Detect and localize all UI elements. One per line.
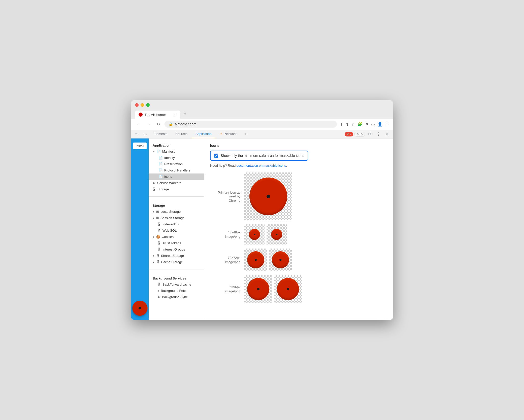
flag-icon[interactable]: ⚑ bbox=[365, 122, 369, 127]
application-section: Application ▼ 📄 Manifest 📄 Identity 📄 Pr… bbox=[149, 138, 204, 194]
icon-48-checker-1 bbox=[244, 224, 265, 244]
local-storage-label: Local Storage bbox=[160, 210, 181, 214]
maskable-icons-link[interactable]: documentation on maskable icons bbox=[237, 164, 286, 167]
download-icon[interactable]: ⬇ bbox=[340, 122, 343, 127]
sidebar-item-background-sync[interactable]: ↻ Background Sync bbox=[149, 294, 204, 300]
identity-label: Identity bbox=[164, 156, 175, 160]
maskable-icons-checkbox[interactable] bbox=[214, 154, 218, 158]
trust-tokens-label: Trust Tokens bbox=[162, 241, 181, 245]
blue-sidebar: Install bbox=[131, 138, 149, 320]
service-workers-label: Service Workers bbox=[157, 181, 181, 185]
divider-1 bbox=[149, 196, 204, 197]
main-content: Install Application ▼ 📄 Manifest 📄 Ident… bbox=[131, 138, 393, 320]
sidebar-item-shared-storage[interactable]: ▶ 🗄 Shared Storage bbox=[149, 253, 204, 259]
url-bar[interactable]: 🔒 airhorner.com bbox=[165, 121, 337, 128]
icon-48-b bbox=[271, 229, 282, 240]
service-workers-gear-icon: ⚙ bbox=[153, 181, 156, 185]
icon-72-checker-2 bbox=[269, 249, 292, 271]
help-text-post: . bbox=[286, 164, 287, 167]
reload-button[interactable]: ↻ bbox=[155, 121, 161, 128]
devtools-more-icon[interactable]: ⋮ bbox=[375, 131, 383, 137]
cache-storage-arrow-icon: ▶ bbox=[153, 261, 155, 263]
install-button[interactable]: Install bbox=[133, 143, 147, 149]
cursor-tool-icon[interactable]: ↖ bbox=[133, 131, 140, 137]
sidebar-item-manifest[interactable]: ▼ 📄 Manifest bbox=[149, 148, 204, 155]
profile-icon[interactable]: 👤 bbox=[377, 122, 382, 127]
indexed-db-label: IndexedDB bbox=[162, 222, 179, 226]
new-tab-button[interactable]: + bbox=[181, 109, 190, 119]
icon-72-pair bbox=[244, 249, 292, 271]
icon-72-a bbox=[247, 251, 264, 268]
sidebar-item-indexed-db[interactable]: 🗄 IndexedDB bbox=[149, 221, 204, 227]
extensions-icon[interactable]: 🧩 bbox=[357, 122, 363, 127]
sidebar-item-service-workers[interactable]: ⚙ Service Workers bbox=[149, 180, 204, 186]
tab-close-button[interactable]: ✕ bbox=[173, 113, 177, 117]
local-storage-grid-icon: ⊞ bbox=[156, 210, 159, 214]
sidebar-item-protocol-handlers[interactable]: 📄 Protocol Handlers bbox=[149, 167, 204, 173]
left-panel: Application ▼ 📄 Manifest 📄 Identity 📄 Pr… bbox=[149, 138, 204, 320]
sidebar-item-cookies[interactable]: ▶ 🍪 Cookies bbox=[149, 234, 204, 240]
back-button[interactable]: ← bbox=[135, 121, 142, 127]
shared-storage-arrow-icon: ▶ bbox=[153, 254, 155, 257]
sidebar-item-back-forward-cache[interactable]: 🗄 Back/forward cache bbox=[149, 281, 204, 288]
tab-application[interactable]: Application bbox=[192, 130, 215, 138]
sidebar-item-identity[interactable]: 📄 Identity bbox=[149, 155, 204, 161]
icons-grid: Primary icon as used by Chrome 48×48px i… bbox=[210, 172, 387, 303]
tab-network[interactable]: ⚠ Network bbox=[216, 130, 240, 138]
icon-72-row: 72×72px image/png bbox=[210, 249, 387, 271]
trust-tokens-icon: 🗄 bbox=[158, 241, 161, 245]
icon-48-dot-a bbox=[254, 234, 255, 235]
sidebar-item-background-fetch[interactable]: ↕ Background Fetch bbox=[149, 288, 204, 294]
error-badge[interactable]: ✕ 2 bbox=[345, 132, 353, 136]
browser-tab[interactable]: The Air Horner ✕ bbox=[135, 111, 180, 119]
shared-storage-icon: 🗄 bbox=[156, 254, 159, 258]
tab-favicon bbox=[139, 113, 143, 117]
bookmark-icon[interactable]: ☆ bbox=[351, 122, 355, 127]
identity-file-icon: 📄 bbox=[159, 156, 163, 160]
sidebar-item-icons[interactable]: 📄 Icons bbox=[149, 173, 204, 180]
sidebar-icon[interactable]: ▭ bbox=[371, 122, 375, 127]
sidebar-item-trust-tokens[interactable]: 🗄 Trust Tokens bbox=[149, 240, 204, 246]
right-panel: Icons Show only the minimum safe area fo… bbox=[204, 138, 393, 320]
icon-96-dot-a bbox=[257, 288, 259, 290]
icon-96-row: 96×96px image/png bbox=[210, 275, 387, 303]
chrome-labels: Primary icon as used by Chrome bbox=[210, 191, 240, 202]
forward-button[interactable]: → bbox=[145, 121, 152, 127]
maskable-icons-checkbox-row[interactable]: Show only the minimum safe area for mask… bbox=[210, 151, 308, 161]
sidebar-item-local-storage[interactable]: ▶ ⊞ Local Storage bbox=[149, 208, 204, 215]
icon-72-dot-b bbox=[279, 259, 281, 261]
divider-2 bbox=[149, 269, 204, 269]
sidebar-item-web-sql[interactable]: 🗄 Web SQL bbox=[149, 227, 204, 234]
sidebar-item-presentation[interactable]: 📄 Presentation bbox=[149, 161, 204, 167]
tabs-bar: The Air Horner ✕ + bbox=[135, 109, 389, 119]
sidebar-item-storage[interactable]: 🗄 Storage bbox=[149, 186, 204, 192]
minimize-window-button[interactable] bbox=[141, 103, 144, 107]
warning-triangle-icon: ⚠ bbox=[356, 132, 359, 136]
share-icon[interactable]: ⬆ bbox=[346, 122, 349, 127]
device-emulator-icon[interactable]: ▭ bbox=[141, 131, 149, 137]
icon-96-pair bbox=[244, 275, 302, 303]
sidebar-item-session-storage[interactable]: ▶ ⊞ Session Storage bbox=[149, 215, 204, 221]
menu-icon[interactable]: ⋮ bbox=[385, 122, 389, 127]
lock-icon: 🔒 bbox=[169, 122, 173, 126]
icon-48-checker-2 bbox=[267, 224, 287, 244]
close-window-button[interactable] bbox=[135, 103, 139, 107]
background-fetch-label: Background Fetch bbox=[161, 289, 188, 293]
close-devtools-icon[interactable]: ✕ bbox=[384, 131, 391, 137]
presentation-file-icon: 📄 bbox=[159, 162, 163, 166]
app-icon bbox=[132, 301, 147, 316]
title-bar: The Air Horner ✕ + bbox=[131, 100, 393, 119]
sidebar-item-cache-storage[interactable]: ▶ 🗄 Cache Storage bbox=[149, 259, 204, 265]
sidebar-item-interest-groups[interactable]: 🗄 Interest Groups bbox=[149, 246, 204, 253]
more-tabs-button[interactable]: » bbox=[241, 130, 250, 138]
icon-72-dot-a bbox=[255, 259, 257, 261]
cookies-icon: 🍪 bbox=[156, 235, 160, 239]
application-section-header: Application bbox=[149, 143, 204, 148]
tab-sources[interactable]: Sources bbox=[172, 130, 191, 138]
tab-elements[interactable]: Elements bbox=[150, 130, 171, 138]
help-text-pre: Need help? Read bbox=[210, 164, 237, 167]
interest-groups-label: Interest Groups bbox=[162, 248, 185, 251]
maximize-window-button[interactable] bbox=[146, 103, 150, 107]
settings-icon[interactable]: ⚙ bbox=[366, 131, 374, 137]
warning-badge[interactable]: ⚠ 85 bbox=[354, 132, 365, 137]
